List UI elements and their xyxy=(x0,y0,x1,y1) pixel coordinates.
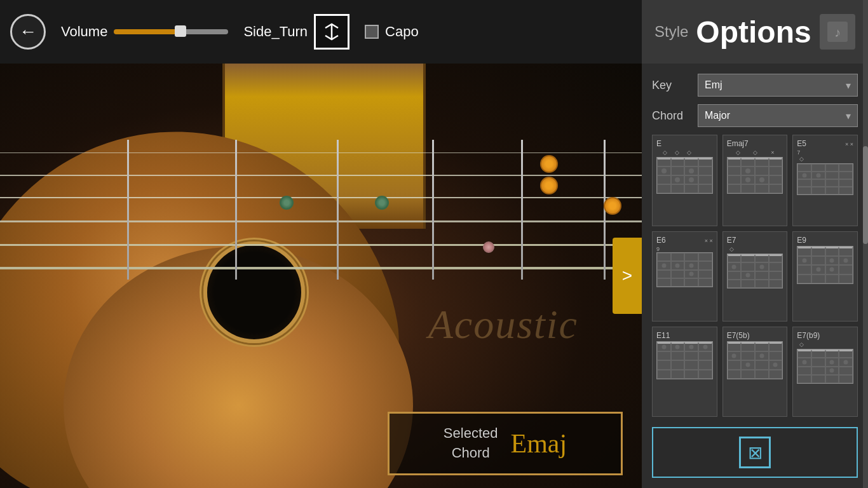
chord-card-e9[interactable]: E9 xyxy=(792,231,858,322)
chord-name-e7: E7 xyxy=(727,236,736,245)
custom-chord-icon: ⊠ xyxy=(739,437,771,468)
chord-dropdown-value: Major xyxy=(705,110,730,121)
chord-label: Chord xyxy=(652,109,690,123)
chord-name-e: E xyxy=(656,139,661,148)
fret-1 xyxy=(127,140,129,280)
right-panel: Style Options ♪ Key Emj ▾ Chord Major ▾ xyxy=(642,0,868,488)
selected-chord-display: SelectedChord Emaj xyxy=(388,412,623,475)
fret-3 xyxy=(337,140,339,280)
chord-name-emaj7: Emaj7 xyxy=(727,139,749,148)
chord-diagram-e7-5b xyxy=(727,341,783,412)
finger-dot-3 xyxy=(604,197,621,215)
fret-dot-2 xyxy=(375,196,389,210)
x-icon: ⊠ xyxy=(748,442,763,463)
chord-diagram-e5: ◇ xyxy=(797,156,853,222)
string-5 xyxy=(0,244,642,246)
volume-label: Volume xyxy=(61,24,107,40)
sideturn-icon xyxy=(322,22,342,42)
sideturn-button[interactable] xyxy=(314,14,349,50)
panel-header: Style Options ♪ xyxy=(642,0,868,64)
string-3 xyxy=(0,197,642,198)
chord-diagram-e9 xyxy=(797,246,853,317)
panel-body: Key Emj ▾ Chord Major ▾ E ◇◇◇ xyxy=(642,64,868,488)
string-6 xyxy=(0,267,642,269)
chord-name-e5: E5 xyxy=(797,139,806,148)
chord-row: Chord Major ▾ xyxy=(652,104,858,127)
chord-diagram-e7-b9: ◇ xyxy=(797,341,853,412)
chord-card-e11[interactable]: E11 xyxy=(652,327,717,417)
capo-label: Capo xyxy=(385,24,419,40)
sideturn-section: Side_Turn xyxy=(243,14,349,50)
chord-card-e[interactable]: E ◇◇◇ xyxy=(652,135,717,226)
fret-2 xyxy=(235,140,237,280)
sideturn-label: Side_Turn xyxy=(243,24,308,40)
expand-arrow-button[interactable]: > xyxy=(613,238,642,314)
custom-chord-card[interactable]: ⊠ xyxy=(652,427,858,478)
chord-name-e7-b9: E7(b9) xyxy=(797,331,820,340)
header-bar: ← Volume Side_Turn Capo xyxy=(0,0,642,64)
capo-section: Capo xyxy=(365,24,419,40)
chord-name-e9: E9 xyxy=(797,236,806,245)
panel-scrollbar[interactable] xyxy=(863,0,868,488)
fret-dot-1 xyxy=(280,196,294,210)
volume-section: Volume xyxy=(61,24,228,40)
svg-text:♪: ♪ xyxy=(834,25,841,39)
style-label: Style xyxy=(654,23,688,41)
chord-name-e11: E11 xyxy=(656,331,670,340)
string-1 xyxy=(0,152,642,153)
arrow-icon: > xyxy=(622,266,632,286)
selected-chord-value: Emaj xyxy=(510,428,567,459)
string-4 xyxy=(0,220,642,222)
chord-diagram-e11 xyxy=(656,341,713,412)
chord-card-emaj7[interactable]: Emaj7 ◇◇× xyxy=(722,135,788,226)
chord-dropdown[interactable]: Major ▾ xyxy=(698,104,858,127)
chord-card-e5[interactable]: E5 × × 7 ◇ xyxy=(792,135,858,226)
chord-card-e7-b9[interactable]: E7(b9) ◇ xyxy=(792,327,858,417)
music-icon: ♪ xyxy=(826,20,849,43)
key-label: Key xyxy=(652,79,690,92)
chord-diagram-e: ◇◇◇ xyxy=(656,149,713,222)
chord-card-e6[interactable]: E6 × × 9 xyxy=(652,231,717,322)
fret-5 xyxy=(521,140,523,280)
chord-card-e7[interactable]: E7 ◇ xyxy=(722,231,788,322)
back-button[interactable]: ← xyxy=(10,14,46,50)
chord-diagram-e7: ◇ xyxy=(727,246,783,317)
panel-header-icon: ♪ xyxy=(820,14,855,50)
volume-slider[interactable] xyxy=(114,29,228,34)
string-2 xyxy=(0,175,642,176)
selected-chord-label: SelectedChord xyxy=(444,424,498,463)
chord-name-e7-5b: E7(5b) xyxy=(727,331,750,340)
capo-checkbox[interactable] xyxy=(365,25,379,39)
options-label: Options xyxy=(696,15,811,50)
finger-dot-2 xyxy=(540,177,558,194)
back-icon: ← xyxy=(19,22,37,42)
chord-diagram-e6 xyxy=(656,252,713,317)
guitar-area: Acoustic > SelectedChord Emaj xyxy=(0,64,642,488)
finger-dot-1 xyxy=(540,155,558,173)
chord-name-e6: E6 xyxy=(656,236,666,245)
key-row: Key Emj ▾ xyxy=(652,74,858,97)
volume-thumb xyxy=(175,25,186,37)
chord-diagram-emaj7: ◇◇× xyxy=(727,149,783,222)
acoustic-text: Acoustic xyxy=(428,301,578,348)
fretboard xyxy=(0,140,642,280)
key-dropdown-arrow: ▾ xyxy=(846,79,851,92)
key-dropdown[interactable]: Emj ▾ xyxy=(698,74,858,97)
fret-dot-3 xyxy=(483,241,494,253)
chord-dropdown-arrow: ▾ xyxy=(846,110,851,122)
scrollbar-thumb[interactable] xyxy=(863,146,868,244)
chord-grid: E ◇◇◇ xyxy=(652,135,858,417)
fret-4 xyxy=(432,140,434,280)
chord-card-e7-5b[interactable]: E7(5b) xyxy=(722,327,788,417)
key-dropdown-value: Emj xyxy=(705,79,722,91)
